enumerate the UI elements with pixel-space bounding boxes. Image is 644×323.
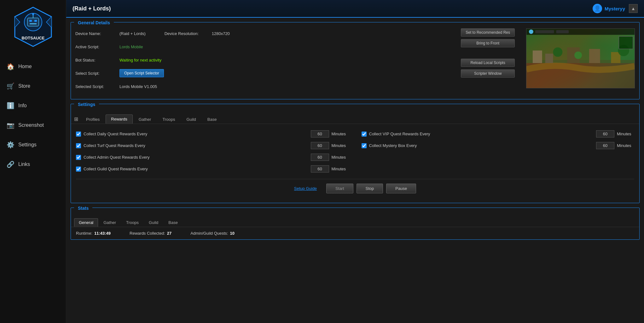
runtime-stat: Runtime: 11:43:49	[76, 231, 111, 236]
vip-quest-input[interactable]	[596, 130, 614, 138]
detail-buttons-col: Set to Recommended Res Bring to Front Re…	[461, 28, 515, 95]
stats-body: Runtime: 11:43:49 Rewards Collected: 27 …	[71, 227, 639, 239]
tab-base[interactable]: Base	[202, 115, 222, 124]
svg-rect-2	[27, 18, 39, 26]
settings-header: Settings	[74, 100, 99, 109]
admin-quest-reward-row: Collect Admin Quest Rewards Every Minute…	[76, 154, 349, 161]
stats-section: Stats General Gather Troops Guild Base R…	[71, 208, 640, 240]
user-menu[interactable]: 👤 Mysteryy	[593, 4, 625, 13]
selected-script-row: Selected Script: Lords Mobile V1.005	[75, 81, 455, 91]
svg-point-20	[529, 30, 533, 34]
admin-quest-checkbox[interactable]	[76, 155, 81, 160]
rewards-right-col: Collect VIP Quest Rewards Every Minutes …	[362, 130, 635, 173]
guild-quest-input[interactable]	[311, 165, 329, 173]
stats-tab-gather[interactable]: Gather	[99, 218, 121, 227]
set-res-button[interactable]: Set to Recommended Res	[461, 28, 515, 37]
turf-quest-checkbox[interactable]	[76, 143, 81, 148]
general-details-section: General Details Device Name: (Raid + Lor…	[71, 22, 640, 99]
tab-guild[interactable]: Guild	[181, 115, 201, 124]
reload-local-scripts-button[interactable]: Reload Local Scripts	[461, 59, 515, 67]
screenshot-icon: 📷	[6, 121, 15, 129]
sidebar-item-settings[interactable]: ⚙️ Settings	[0, 135, 66, 155]
start-button[interactable]: Start	[326, 184, 353, 193]
sidebar: BOTSAUCE 🏠 Home 🛒 Store ℹ️ Info 📷 Screen…	[0, 0, 66, 323]
daily-quest-input[interactable]	[311, 130, 329, 138]
device-name-value: (Raid + Lords)	[119, 31, 146, 36]
svg-point-17	[574, 51, 582, 59]
guild-quest-checkbox[interactable]	[76, 167, 81, 172]
stop-button[interactable]: Stop	[357, 184, 383, 193]
selected-script-label: Selected Script:	[75, 84, 119, 89]
guild-quest-reward-row: Collect Guild Quest Rewards Every Minute…	[76, 165, 349, 173]
sidebar-label-info: Info	[18, 103, 27, 109]
game-screenshot	[526, 28, 635, 88]
turf-quest-reward-row: Collect Turf Quest Rewards Every Minutes	[76, 142, 349, 149]
selected-script-value: Lords Mobile V1.005	[119, 84, 157, 89]
main-area: (Raid + Lords) 👤 Mysteryy ▲ General Deta…	[66, 0, 644, 323]
stats-tab-guild[interactable]: Guild	[144, 218, 163, 227]
stats-tab-base[interactable]: Base	[164, 218, 183, 227]
guild-quest-unit: Minutes	[332, 167, 349, 171]
svg-rect-12	[545, 54, 553, 63]
sidebar-item-home[interactable]: 🏠 Home	[0, 57, 66, 76]
settings-section: Settings ⊞ Profiles Rewards Gather Troop…	[71, 104, 640, 203]
svg-rect-21	[535, 30, 554, 33]
setup-guide-button[interactable]: Setup Guide	[294, 186, 317, 191]
tab-profiles[interactable]: Profiles	[81, 115, 105, 124]
tab-rewards[interactable]: Rewards	[106, 115, 132, 124]
sidebar-label-store: Store	[18, 83, 30, 89]
sidebar-label-links: Links	[18, 162, 30, 167]
active-script-value: Lords Mobile	[119, 44, 143, 49]
sidebar-item-store[interactable]: 🛒 Store	[0, 76, 66, 96]
rewards-grid: Collect Daily Quest Rewards Every Minute…	[76, 130, 634, 173]
turf-quest-input[interactable]	[311, 142, 329, 149]
vip-quest-reward-row: Collect VIP Quest Rewards Every Minutes	[362, 130, 635, 138]
mystery-box-checkbox[interactable]	[362, 143, 367, 148]
daily-quest-checkbox[interactable]	[76, 132, 81, 137]
sidebar-item-links[interactable]: 🔗 Links	[0, 155, 66, 174]
settings-tabs: ⊞ Profiles Rewards Gather Troops Guild B…	[71, 113, 639, 124]
tab-settings-icon[interactable]: ⊞	[74, 116, 78, 122]
mystery-box-input[interactable]	[596, 142, 614, 149]
turf-quest-unit: Minutes	[332, 143, 349, 148]
mystery-box-reward-row: Collect Mystery Box Every Minutes	[362, 142, 635, 149]
device-resolution-value: 1280x720	[212, 31, 230, 36]
page-title: (Raid + Lords)	[73, 5, 593, 12]
links-icon: 🔗	[6, 160, 15, 168]
svg-point-7	[32, 13, 34, 15]
svg-rect-3	[29, 20, 32, 22]
expand-button[interactable]: ▲	[629, 4, 638, 13]
sidebar-item-info[interactable]: ℹ️ Info	[0, 96, 66, 115]
mystery-box-label: Collect Mystery Box Every	[369, 143, 594, 148]
general-details-body: Device Name: (Raid + Lords) Device Resol…	[71, 28, 639, 99]
svg-rect-11	[533, 50, 542, 63]
open-script-selector-button[interactable]: Open Script Selector	[119, 69, 164, 77]
bring-to-front-button[interactable]: Bring to Front	[461, 39, 515, 47]
stats-tab-troops[interactable]: Troops	[121, 218, 143, 227]
runtime-value: 11:43:49	[94, 231, 111, 236]
store-icon: 🛒	[6, 82, 15, 90]
details-left-col: Device Name: (Raid + Lords) Device Resol…	[75, 28, 455, 95]
stats-header: Stats	[74, 204, 92, 213]
svg-rect-22	[556, 30, 569, 33]
runtime-label: Runtime:	[76, 231, 92, 236]
settings-rewards-body: Collect Daily Quest Rewards Every Minute…	[71, 124, 639, 203]
tab-gather[interactable]: Gather	[133, 115, 157, 124]
stats-tab-general[interactable]: General	[74, 218, 98, 227]
vip-quest-checkbox[interactable]	[362, 132, 367, 137]
bot-status-value: Waiting for next activity	[119, 58, 161, 62]
tab-troops[interactable]: Troops	[157, 115, 180, 124]
content-area: General Details Device Name: (Raid + Lor…	[66, 18, 644, 323]
active-script-row: Active Script: Lords Mobile	[75, 42, 455, 52]
scripter-window-button[interactable]: Scripter Window	[461, 69, 515, 78]
admin-guild-quests-stat: Admin/Guild Quests: 10	[190, 231, 235, 236]
admin-guild-quests-value: 10	[230, 231, 234, 236]
sidebar-item-screenshot[interactable]: 📷 Screenshot	[0, 115, 66, 135]
svg-point-16	[553, 47, 563, 57]
pause-button[interactable]: Pause	[386, 184, 416, 193]
guild-quest-label: Collect Guild Quest Rewards Every	[84, 167, 308, 171]
sidebar-label-screenshot: Screenshot	[18, 122, 44, 128]
admin-guild-quests-label: Admin/Guild Quests:	[190, 231, 228, 236]
bot-controls: Setup Guide Start Stop Pause	[76, 179, 634, 197]
admin-quest-input[interactable]	[311, 154, 329, 161]
